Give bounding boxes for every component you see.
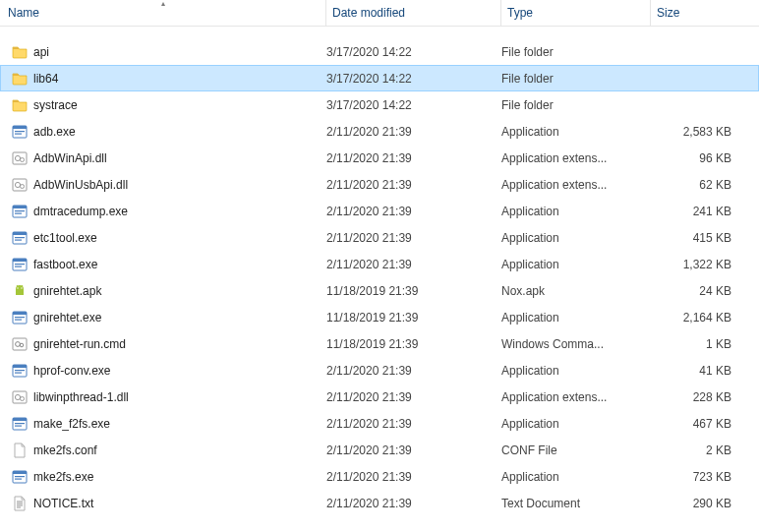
- application-icon: [12, 124, 28, 140]
- cell-size: 96 KB: [651, 151, 737, 165]
- file-name-label: mke2fs.exe: [33, 470, 93, 484]
- file-row[interactable]: adb.exe2/11/2020 21:39Application2,583 K…: [0, 118, 759, 145]
- cell-date: 2/11/2020 21:39: [326, 258, 501, 271]
- file-icon: [12, 443, 28, 458]
- cell-size: 24 KB: [651, 284, 737, 298]
- cell-type: Windows Comma...: [501, 337, 651, 351]
- application-icon: [12, 257, 28, 272]
- file-row[interactable]: mke2fs.conf2/11/2020 21:39CONF File2 KB: [0, 437, 759, 463]
- file-name-label: lib64: [33, 72, 58, 86]
- cell-date: 2/11/2020 21:39: [326, 231, 501, 245]
- file-row[interactable]: make_f2fs.exe2/11/2020 21:39Application4…: [0, 410, 759, 437]
- column-header-name[interactable]: Name ▴: [0, 0, 326, 26]
- column-header-row: Name ▴ Date modified Type Size: [0, 0, 759, 27]
- file-row[interactable]: api3/17/2020 14:22File folder: [0, 38, 759, 65]
- column-header-type[interactable]: Type: [501, 0, 651, 26]
- cell-name: libwinpthread-1.dll: [12, 389, 326, 405]
- file-row[interactable]: mke2fs.exe2/11/2020 21:39Application723 …: [0, 463, 759, 490]
- column-header-date[interactable]: Date modified: [326, 0, 501, 26]
- cell-date: 2/11/2020 21:39: [326, 443, 501, 457]
- file-row[interactable]: NOTICE.txt2/11/2020 21:39Text Document29…: [0, 490, 759, 516]
- file-row[interactable]: systrace3/17/2020 14:22File folder: [0, 91, 759, 118]
- cell-type: Application: [501, 231, 651, 245]
- cell-type: Application: [501, 470, 651, 484]
- sort-ascending-icon: ▴: [161, 0, 165, 8]
- application-icon: [12, 310, 28, 325]
- cell-size: 723 KB: [651, 470, 737, 484]
- file-rows: api3/17/2020 14:22File folderlib643/17/2…: [0, 27, 759, 516]
- application-icon: [12, 469, 28, 485]
- cell-type: Application: [501, 125, 651, 139]
- column-header-name-label: Name: [8, 6, 39, 20]
- cell-date: 2/11/2020 21:39: [326, 497, 501, 510]
- file-row[interactable]: hprof-conv.exe2/11/2020 21:39Application…: [0, 357, 759, 384]
- cell-size: 2,164 KB: [651, 311, 737, 325]
- cell-size: 2 KB: [651, 443, 737, 457]
- folder-icon: [12, 71, 28, 87]
- dll-icon: [12, 389, 28, 405]
- column-header-date-label: Date modified: [332, 6, 405, 20]
- file-row[interactable]: libwinpthread-1.dll2/11/2020 21:39Applic…: [0, 384, 759, 410]
- cell-name: adb.exe: [12, 124, 326, 140]
- cell-size: 41 KB: [651, 364, 737, 378]
- cell-name: fastboot.exe: [12, 257, 326, 272]
- cell-date: 3/17/2020 14:22: [326, 45, 501, 59]
- cell-type: Application: [501, 258, 651, 271]
- column-header-size-label: Size: [657, 6, 679, 20]
- cell-name: etc1tool.exe: [12, 230, 326, 246]
- cell-date: 2/11/2020 21:39: [326, 151, 501, 165]
- cell-type: Application: [501, 311, 651, 325]
- cell-type: Nox.apk: [501, 284, 651, 298]
- file-name-label: gnirehtet.apk: [33, 284, 101, 298]
- cell-name: gnirehtet.apk: [12, 283, 326, 299]
- cell-date: 2/11/2020 21:39: [326, 178, 501, 192]
- file-row[interactable]: dmtracedump.exe2/11/2020 21:39Applicatio…: [0, 198, 759, 224]
- cell-size: 1 KB: [651, 337, 737, 351]
- file-row[interactable]: gnirehtet-run.cmd11/18/2019 21:39Windows…: [0, 330, 759, 357]
- apk-icon: [12, 283, 28, 299]
- cell-date: 11/18/2019 21:39: [326, 284, 501, 298]
- file-row[interactable]: etc1tool.exe2/11/2020 21:39Application41…: [0, 224, 759, 251]
- cell-type: File folder: [501, 45, 651, 59]
- cmd-icon: [12, 336, 28, 352]
- cell-date: 3/17/2020 14:22: [326, 72, 501, 86]
- cell-name: mke2fs.exe: [12, 469, 326, 485]
- cell-date: 2/11/2020 21:39: [326, 417, 501, 431]
- cell-name: NOTICE.txt: [12, 496, 326, 511]
- cell-type: Application: [501, 364, 651, 378]
- dll-icon: [12, 177, 28, 193]
- cell-name: hprof-conv.exe: [12, 363, 326, 379]
- cell-type: Text Document: [501, 497, 651, 510]
- column-header-size[interactable]: Size: [651, 0, 745, 26]
- cell-name: AdbWinApi.dll: [12, 150, 326, 166]
- file-row[interactable]: AdbWinUsbApi.dll2/11/2020 21:39Applicati…: [0, 171, 759, 198]
- file-row[interactable]: AdbWinApi.dll2/11/2020 21:39Application …: [0, 145, 759, 171]
- cell-date: 2/11/2020 21:39: [326, 364, 501, 378]
- cell-date: 2/11/2020 21:39: [326, 470, 501, 484]
- cell-name: systrace: [12, 97, 326, 113]
- cell-name: gnirehtet.exe: [12, 310, 326, 325]
- file-name-label: adb.exe: [33, 125, 76, 139]
- cell-date: 11/18/2019 21:39: [326, 311, 501, 325]
- file-row[interactable]: gnirehtet.exe11/18/2019 21:39Application…: [0, 304, 759, 330]
- file-row[interactable]: fastboot.exe2/11/2020 21:39Application1,…: [0, 251, 759, 277]
- file-name-label: dmtracedump.exe: [33, 205, 128, 218]
- application-icon: [12, 230, 28, 246]
- cell-type: Application: [501, 205, 651, 218]
- cell-size: 2,583 KB: [651, 125, 737, 139]
- application-icon: [12, 416, 28, 432]
- file-name-label: etc1tool.exe: [33, 231, 97, 245]
- application-icon: [12, 363, 28, 379]
- cell-name: dmtracedump.exe: [12, 204, 326, 219]
- cell-type: Application extens...: [501, 390, 651, 404]
- file-name-label: systrace: [33, 98, 78, 112]
- cell-date: 3/17/2020 14:22: [326, 98, 501, 112]
- file-name-label: AdbWinApi.dll: [33, 151, 107, 165]
- text-file-icon: [12, 496, 28, 511]
- cell-type: Application: [501, 417, 651, 431]
- file-row[interactable]: lib643/17/2020 14:22File folder: [0, 65, 759, 91]
- cell-date: 2/11/2020 21:39: [326, 390, 501, 404]
- cell-size: 241 KB: [651, 205, 737, 218]
- cell-date: 2/11/2020 21:39: [326, 205, 501, 218]
- file-row[interactable]: gnirehtet.apk11/18/2019 21:39Nox.apk24 K…: [0, 277, 759, 304]
